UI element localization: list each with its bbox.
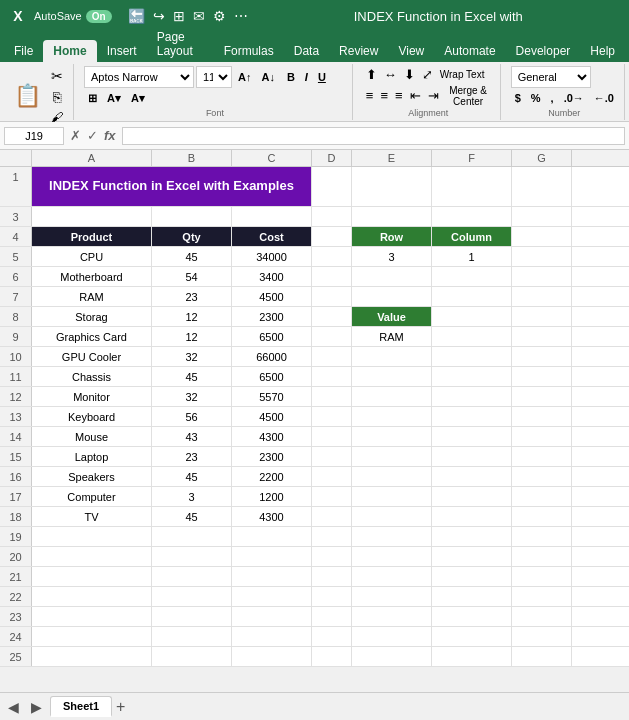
tab-file[interactable]: File (4, 40, 43, 62)
cell-d9[interactable] (312, 327, 352, 346)
qty-cell[interactable]: 45 (152, 247, 232, 266)
tab-data[interactable]: Data (284, 40, 329, 62)
sheet-tab-sheet1[interactable]: Sheet1 (50, 696, 112, 717)
cell-e25[interactable] (352, 647, 432, 666)
table-icon[interactable]: ⊞ (173, 8, 185, 24)
cell-f18[interactable] (432, 507, 512, 526)
formula-input[interactable] (122, 127, 625, 145)
cell-c19[interactable] (232, 527, 312, 546)
cell-g25[interactable] (512, 647, 572, 666)
paste-button[interactable]: 📋 (10, 81, 45, 111)
border-button[interactable]: ⊞ (84, 90, 101, 107)
copy-button[interactable]: ⎘ (47, 87, 67, 107)
cell-b24[interactable] (152, 627, 232, 646)
cell-d20[interactable] (312, 547, 352, 566)
cell-d13[interactable] (312, 407, 352, 426)
qty-cell[interactable]: 45 (152, 367, 232, 386)
col-header-f[interactable]: F (432, 150, 512, 166)
cell-g20[interactable] (512, 547, 572, 566)
cell-e19[interactable] (352, 527, 432, 546)
cell-f7[interactable] (432, 287, 512, 306)
cell-g14[interactable] (512, 427, 572, 446)
col-header-b[interactable]: B (152, 150, 232, 166)
cell-g9[interactable] (512, 327, 572, 346)
cost-header[interactable]: Cost (232, 227, 312, 246)
qty-cell[interactable]: 12 (152, 307, 232, 326)
decimal-decrease-button[interactable]: ←.0 (590, 90, 618, 106)
cell-c22[interactable] (232, 587, 312, 606)
format-painter-button[interactable]: 🖌 (47, 108, 67, 126)
cell-reference-input[interactable]: J19 (4, 127, 64, 145)
cell-f12[interactable] (432, 387, 512, 406)
product-cell[interactable]: Storag (32, 307, 152, 326)
product-cell[interactable]: Laptop (32, 447, 152, 466)
font-size-decrease[interactable]: A↓ (257, 69, 278, 85)
redo-icon[interactable]: ↪ (153, 8, 165, 24)
cell-g6[interactable] (512, 267, 572, 286)
comma-button[interactable]: , (547, 90, 558, 106)
cell-a25[interactable] (32, 647, 152, 666)
value-data[interactable]: RAM (352, 327, 432, 346)
qty-cell[interactable]: 54 (152, 267, 232, 286)
cost-cell[interactable]: 2300 (232, 447, 312, 466)
cell-g11[interactable] (512, 367, 572, 386)
cell-e20[interactable] (352, 547, 432, 566)
cell-d24[interactable] (312, 627, 352, 646)
cell-d19[interactable] (312, 527, 352, 546)
cell-f21[interactable] (432, 567, 512, 586)
value-header[interactable]: Value (352, 307, 432, 326)
tab-insert[interactable]: Insert (97, 40, 147, 62)
cell-a20[interactable] (32, 547, 152, 566)
cell-f23[interactable] (432, 607, 512, 626)
cell-e10[interactable] (352, 347, 432, 366)
qty-cell[interactable]: 43 (152, 427, 232, 446)
cell-g16[interactable] (512, 467, 572, 486)
cell-g18[interactable] (512, 507, 572, 526)
cell-b3[interactable] (152, 207, 232, 226)
cell-c3[interactable] (232, 207, 312, 226)
cell-a21[interactable] (32, 567, 152, 586)
cell-e23[interactable] (352, 607, 432, 626)
indent-decrease-button[interactable]: ⇤ (407, 84, 424, 108)
product-cell[interactable]: Motherboard (32, 267, 152, 286)
cell-g24[interactable] (512, 627, 572, 646)
cell-a24[interactable] (32, 627, 152, 646)
cell-g15[interactable] (512, 447, 572, 466)
cell-d15[interactable] (312, 447, 352, 466)
cell-g17[interactable] (512, 487, 572, 506)
more-icon[interactable]: ⋯ (234, 8, 248, 24)
indent-increase-button[interactable]: ⇥ (425, 84, 442, 108)
cell-g22[interactable] (512, 587, 572, 606)
qty-header[interactable]: Qty (152, 227, 232, 246)
bold-button[interactable]: B (283, 69, 299, 85)
cell-f10[interactable] (432, 347, 512, 366)
cell-g8[interactable] (512, 307, 572, 326)
product-cell[interactable]: Graphics Card (32, 327, 152, 346)
qty-cell[interactable]: 12 (152, 327, 232, 346)
align-bottom-button[interactable]: ⬇ (401, 66, 418, 83)
tab-page-layout[interactable]: Page Layout (147, 26, 214, 62)
cell-a22[interactable] (32, 587, 152, 606)
cell-g21[interactable] (512, 567, 572, 586)
cost-cell[interactable]: 2300 (232, 307, 312, 326)
font-size-increase[interactable]: A↑ (234, 69, 255, 85)
cell-d23[interactable] (312, 607, 352, 626)
cell-c24[interactable] (232, 627, 312, 646)
cell-f1[interactable] (432, 167, 512, 206)
column-header[interactable]: Column (432, 227, 512, 246)
product-cell[interactable]: Chassis (32, 367, 152, 386)
cell-e22[interactable] (352, 587, 432, 606)
underline-button[interactable]: U (314, 69, 330, 85)
tab-review[interactable]: Review (329, 40, 388, 62)
autosave-toggle[interactable]: On (86, 10, 112, 23)
text-angle-button[interactable]: ⤢ (419, 66, 436, 83)
cell-d8[interactable] (312, 307, 352, 326)
percent-button[interactable]: % (527, 90, 545, 106)
cell-f20[interactable] (432, 547, 512, 566)
cell-f9[interactable] (432, 327, 512, 346)
cell-e21[interactable] (352, 567, 432, 586)
cell-c20[interactable] (232, 547, 312, 566)
cell-d6[interactable] (312, 267, 352, 286)
cost-cell[interactable]: 4300 (232, 507, 312, 526)
qty-cell[interactable]: 23 (152, 287, 232, 306)
